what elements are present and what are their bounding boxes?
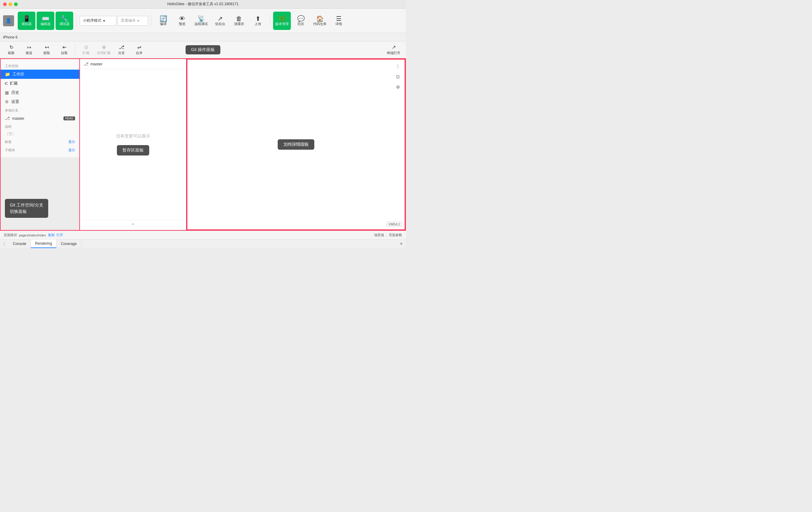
remote-debug-button[interactable]: 📡 远程调试 [192,11,210,30]
compile-dropdown[interactable]: 普通编译 ▾ [117,16,148,26]
debugger-button[interactable]: 🔧 调试器 [56,11,73,30]
settings-panel-button[interactable]: ⚙ [394,83,402,91]
code-repo-label: 代码仓库 [313,22,326,26]
tab-rendering[interactable]: Rendering [31,240,56,248]
clear-cache-icon: 🗑 [236,16,242,22]
compile-dropdown-label: 普通编译 [121,18,136,23]
sidebar-item-workspace[interactable]: 📁 工作区 [1,70,79,79]
expand-button[interactable]: ⊡ [394,73,402,81]
tab-console[interactable]: Console [8,240,31,248]
preview-button[interactable]: 👁 预览 [173,11,191,30]
upload-button[interactable]: ⬆ 上传 [249,11,267,30]
branch-icon: ⎇ [119,44,124,50]
apply-stash-icon: ⊕ [102,44,106,50]
panel-options-button[interactable]: ⋮ [394,62,402,71]
workspace-label: 工作区 [12,72,24,77]
workspace-title: 工作空间 [1,62,79,70]
simulator-label: 模拟器 [22,22,32,26]
open-link[interactable]: 打开 [56,233,63,237]
compile-button[interactable]: 🔄 编译 [154,11,172,30]
fetch-label: 拉取 [61,51,68,55]
version-mgmt-button[interactable]: 🌿 版本管理 [273,11,291,30]
chevron-down-icon-2: ▾ [137,19,139,23]
tab-close-button[interactable]: ✕ [397,242,406,246]
branch-label: 分支 [118,51,125,55]
remote-empty: （空） [1,130,79,138]
simulator-button[interactable]: 📱 模拟器 [18,11,35,30]
simulator-icon: 📱 [23,16,30,22]
title-bar: HelloGitee - 微信开发者工具 v1.02.1808171 [0,0,406,8]
tab-bar: ⋮ Console Rendering Coverage ✕ [0,239,406,248]
master-branch-label: master [12,116,24,121]
fetch-button[interactable]: ⇤ 拉取 [56,43,72,56]
sidebar-item-history[interactable]: ▦ 历史 [1,88,79,97]
history-label: 历史 [11,90,19,95]
tab-coverage[interactable]: Coverage [56,240,81,248]
terminal-label: 终端打开 [387,51,400,55]
community-icon: 💬 [297,16,305,22]
tags-action[interactable]: 显示 [68,140,75,144]
code-repo-button[interactable]: 🏠 代码仓库 [311,11,329,30]
apply-stash-button[interactable]: ⊕ 应用贮藏 [95,43,112,56]
tab-more-icon[interactable]: ⋮ [0,242,8,246]
workspace-panel-label: Git 工作空间/分支 切换面板 [5,199,48,218]
debugger-label: 调试器 [59,22,69,26]
divider-3 [270,15,270,27]
mode-dropdown-label: 小程序模式 [83,18,101,23]
refresh-button[interactable]: ↻ 刷新 [3,43,20,56]
merge-button[interactable]: ⇌ 合并 [131,43,147,56]
right-icons: ⋮ ⊡ ⚙ [394,62,402,91]
stage-empty-message: 没有变更可以展示 [116,134,150,139]
settings-icon: ⚙ [5,99,9,104]
divider-1 [76,15,77,27]
push-label: 推送 [26,51,32,55]
head-badge: HEAD [63,116,75,120]
sidebar-item-settings[interactable]: ⚙ 设置 [1,97,79,106]
stash-icon: ⊙ [84,44,88,50]
refresh-label: 刷新 [8,51,14,55]
terminal-icon: ↗ [392,44,396,50]
close-button[interactable] [3,2,7,6]
staging-area-label: 暂存区面板 [117,145,149,156]
details-label: 详情 [336,22,342,26]
path-value: pages/index/index [19,234,46,237]
merge-icon: ⇌ [137,44,141,50]
fetch-icon: ⇤ [63,44,66,50]
branch-button[interactable]: ⎇ 分支 [113,43,130,56]
branch-header-icon: ⎇ [84,61,88,66]
git-ops-bar: ↻ 刷新 ↦ 推送 ↤ 抓取 ⇤ 拉取 ⊙ 贮藏 ⊕ 应用贮藏 ⎇ 分支 ⇌ 合… [0,42,406,58]
divider-2 [151,15,151,27]
stage-bottom: ⌃ [80,220,186,230]
community-label: 社区 [297,22,304,26]
community-button[interactable]: 💬 社区 [292,11,310,30]
clear-cache-button[interactable]: 🗑 清缓存 [230,11,248,30]
sidebar-item-stash[interactable]: ⑆ 贮藏 [1,79,79,88]
cut-backend-button[interactable]: ↗ 切后台 [211,11,229,30]
minimize-button[interactable] [8,2,12,6]
avatar: 👤 [3,15,14,26]
chevron-up-icon[interactable]: ⌃ [131,223,135,227]
iphone-label: iPhone 6 [3,35,18,39]
window-controls[interactable] [3,2,18,6]
copy-link[interactable]: 复制 [48,233,55,237]
stash-button[interactable]: ⊙ 贮藏 [78,43,94,56]
git-main-panel: 工作空间 📁 工作区 ⑆ 贮藏 ▦ 历史 ⚙ 设置 本地分支 ⎇ master [0,58,406,231]
editor-icon: ⌨️ [42,16,50,22]
maximize-button[interactable] [14,2,18,6]
mode-dropdown[interactable]: 小程序模式 ▾ [80,16,116,26]
submodules-row: 子模块 显示 [1,146,79,154]
apply-stash-label: 应用贮藏 [97,51,111,55]
stage-panel-header: ⎇ master [80,59,186,69]
submodules-action[interactable]: 显示 [68,148,75,153]
local-branch-title: 本地分支 [1,106,79,114]
terminal-button[interactable]: ↗ 终端打开 [384,43,403,56]
remote-debug-label: 远程调试 [194,22,208,26]
cut-backend-label: 切后台 [215,22,225,26]
master-branch-item[interactable]: ⎇ master HEAD [1,114,79,123]
pull-button[interactable]: ↤ 抓取 [38,43,55,56]
stage-empty: 没有变更可以展示 暂存区面板 [80,69,186,220]
details-button[interactable]: ☰ 详情 [330,11,348,30]
push-button[interactable]: ↦ 推送 [21,43,37,56]
editor-button[interactable]: ⌨️ 编辑器 [37,11,54,30]
preview-icon: 👁 [179,16,185,22]
